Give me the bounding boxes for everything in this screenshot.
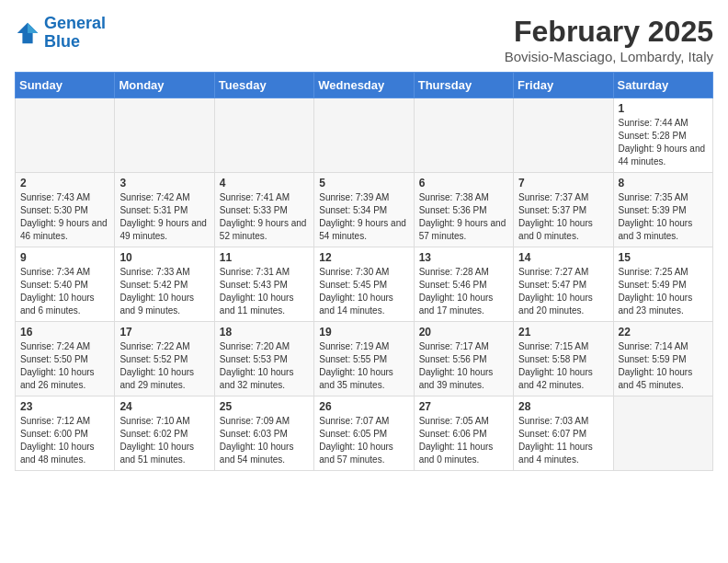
day-number: 23 — [20, 400, 109, 413]
day-info: Sunrise: 7:28 AM Sunset: 5:46 PM Dayligh… — [419, 266, 508, 317]
day-info: Sunrise: 7:27 AM Sunset: 5:47 PM Dayligh… — [518, 266, 608, 317]
week-row-0: 1Sunrise: 7:44 AM Sunset: 5:28 PM Daylig… — [16, 98, 713, 173]
calendar-cell: 5Sunrise: 7:39 AM Sunset: 5:34 PM Daylig… — [314, 173, 414, 247]
day-info: Sunrise: 7:22 AM Sunset: 5:52 PM Dayligh… — [119, 340, 209, 392]
day-info: Sunrise: 7:37 AM Sunset: 5:37 PM Dayligh… — [518, 191, 608, 243]
day-info: Sunrise: 7:17 AM Sunset: 5:56 PM Dayligh… — [419, 340, 508, 392]
day-number: 4 — [220, 177, 309, 190]
day-info: Sunrise: 7:34 AM Sunset: 5:40 PM Dayligh… — [20, 266, 109, 317]
calendar-cell: 11Sunrise: 7:31 AM Sunset: 5:43 PM Dayli… — [214, 247, 313, 322]
title-block: February 2025 Bovisio-Masciago, Lombardy… — [505, 15, 713, 64]
weekday-header-sunday: Sunday — [16, 73, 115, 98]
calendar-cell: 12Sunrise: 7:30 AM Sunset: 5:45 PM Dayli… — [314, 247, 414, 322]
day-info: Sunrise: 7:42 AM Sunset: 5:31 PM Dayligh… — [119, 191, 209, 243]
day-number: 19 — [319, 326, 408, 339]
week-row-3: 16Sunrise: 7:24 AM Sunset: 5:50 PM Dayli… — [16, 322, 713, 396]
calendar-cell: 10Sunrise: 7:33 AM Sunset: 5:42 PM Dayli… — [115, 247, 214, 322]
day-number: 7 — [518, 177, 608, 190]
day-info: Sunrise: 7:31 AM Sunset: 5:43 PM Dayligh… — [220, 266, 309, 317]
calendar-cell: 4Sunrise: 7:41 AM Sunset: 5:33 PM Daylig… — [214, 173, 313, 247]
day-number: 10 — [119, 251, 209, 264]
calendar-cell: 17Sunrise: 7:22 AM Sunset: 5:52 PM Dayli… — [115, 322, 214, 396]
day-info: Sunrise: 7:41 AM Sunset: 5:33 PM Dayligh… — [220, 191, 309, 243]
day-info: Sunrise: 7:24 AM Sunset: 5:50 PM Dayligh… — [20, 340, 109, 392]
header: General Blue February 2025 Bovisio-Masci… — [15, 15, 713, 64]
calendar-cell: 13Sunrise: 7:28 AM Sunset: 5:46 PM Dayli… — [414, 247, 513, 322]
day-number: 17 — [119, 326, 209, 339]
day-info: Sunrise: 7:30 AM Sunset: 5:45 PM Dayligh… — [319, 266, 408, 317]
calendar-cell: 14Sunrise: 7:27 AM Sunset: 5:47 PM Dayli… — [514, 247, 613, 322]
calendar-cell: 8Sunrise: 7:35 AM Sunset: 5:39 PM Daylig… — [613, 173, 712, 247]
day-number: 12 — [319, 251, 408, 264]
logo-line2: Blue — [44, 32, 80, 51]
day-number: 3 — [119, 177, 209, 190]
day-info: Sunrise: 7:20 AM Sunset: 5:53 PM Dayligh… — [220, 340, 309, 392]
calendar-table: SundayMondayTuesdayWednesdayThursdayFrid… — [15, 72, 713, 471]
logo: General Blue — [15, 15, 106, 52]
location-title: Bovisio-Masciago, Lombardy, Italy — [505, 49, 713, 64]
day-number: 15 — [619, 251, 708, 264]
calendar-cell: 22Sunrise: 7:14 AM Sunset: 5:59 PM Dayli… — [613, 322, 712, 396]
calendar-cell: 18Sunrise: 7:20 AM Sunset: 5:53 PM Dayli… — [214, 322, 313, 396]
day-number: 28 — [518, 400, 608, 413]
svg-marker-1 — [28, 23, 38, 33]
calendar-cell: 20Sunrise: 7:17 AM Sunset: 5:56 PM Dayli… — [414, 322, 513, 396]
day-number: 5 — [319, 177, 408, 190]
day-info: Sunrise: 7:09 AM Sunset: 6:03 PM Dayligh… — [220, 415, 309, 466]
calendar-cell: 1Sunrise: 7:44 AM Sunset: 5:28 PM Daylig… — [613, 98, 712, 173]
calendar-cell: 15Sunrise: 7:25 AM Sunset: 5:49 PM Dayli… — [613, 247, 712, 322]
calendar-cell: 16Sunrise: 7:24 AM Sunset: 5:50 PM Dayli… — [16, 322, 115, 396]
weekday-header-friday: Friday — [514, 73, 613, 98]
calendar-cell: 26Sunrise: 7:07 AM Sunset: 6:05 PM Dayli… — [314, 396, 414, 471]
weekday-header-row: SundayMondayTuesdayWednesdayThursdayFrid… — [16, 73, 713, 98]
calendar-cell: 24Sunrise: 7:10 AM Sunset: 6:02 PM Dayli… — [115, 396, 214, 471]
day-info: Sunrise: 7:07 AM Sunset: 6:05 PM Dayligh… — [319, 415, 408, 466]
day-number: 24 — [119, 400, 209, 413]
day-info: Sunrise: 7:14 AM Sunset: 5:59 PM Dayligh… — [619, 340, 708, 392]
day-number: 9 — [20, 251, 109, 264]
day-info: Sunrise: 7:10 AM Sunset: 6:02 PM Dayligh… — [119, 415, 209, 466]
calendar-cell: 27Sunrise: 7:05 AM Sunset: 6:06 PM Dayli… — [414, 396, 513, 471]
calendar-cell: 23Sunrise: 7:12 AM Sunset: 6:00 PM Dayli… — [16, 396, 115, 471]
day-number: 22 — [619, 326, 708, 339]
calendar-cell — [414, 98, 513, 173]
day-number: 13 — [419, 251, 508, 264]
day-info: Sunrise: 7:38 AM Sunset: 5:36 PM Dayligh… — [419, 191, 508, 243]
day-info: Sunrise: 7:05 AM Sunset: 6:06 PM Dayligh… — [419, 415, 508, 466]
month-title: February 2025 — [505, 15, 713, 49]
calendar-cell — [613, 396, 712, 471]
calendar-cell: 7Sunrise: 7:37 AM Sunset: 5:37 PM Daylig… — [514, 173, 613, 247]
day-number: 1 — [619, 102, 708, 115]
day-info: Sunrise: 7:03 AM Sunset: 6:07 PM Dayligh… — [518, 415, 608, 466]
weekday-header-monday: Monday — [115, 73, 214, 98]
day-number: 2 — [20, 177, 109, 190]
calendar-cell: 28Sunrise: 7:03 AM Sunset: 6:07 PM Dayli… — [514, 396, 613, 471]
calendar-cell — [16, 98, 115, 173]
day-number: 11 — [220, 251, 309, 264]
logo-icon — [15, 20, 40, 46]
day-info: Sunrise: 7:44 AM Sunset: 5:28 PM Dayligh… — [619, 117, 708, 168]
day-number: 16 — [20, 326, 109, 339]
day-number: 14 — [518, 251, 608, 264]
weekday-header-wednesday: Wednesday — [314, 73, 414, 98]
week-row-4: 23Sunrise: 7:12 AM Sunset: 6:00 PM Dayli… — [16, 396, 713, 471]
day-number: 18 — [220, 326, 309, 339]
day-number: 6 — [419, 177, 508, 190]
logo-text: General Blue — [44, 15, 106, 52]
calendar-cell: 19Sunrise: 7:19 AM Sunset: 5:55 PM Dayli… — [314, 322, 414, 396]
day-number: 27 — [419, 400, 508, 413]
day-number: 26 — [319, 400, 408, 413]
day-info: Sunrise: 7:43 AM Sunset: 5:30 PM Dayligh… — [20, 191, 109, 243]
calendar-cell — [214, 98, 313, 173]
day-number: 21 — [518, 326, 608, 339]
day-number: 25 — [220, 400, 309, 413]
week-row-2: 9Sunrise: 7:34 AM Sunset: 5:40 PM Daylig… — [16, 247, 713, 322]
calendar-cell — [314, 98, 414, 173]
calendar-cell: 6Sunrise: 7:38 AM Sunset: 5:36 PM Daylig… — [414, 173, 513, 247]
calendar-cell — [115, 98, 214, 173]
day-info: Sunrise: 7:25 AM Sunset: 5:49 PM Dayligh… — [619, 266, 708, 317]
day-info: Sunrise: 7:12 AM Sunset: 6:00 PM Dayligh… — [20, 415, 109, 466]
day-number: 8 — [619, 177, 708, 190]
calendar-cell: 2Sunrise: 7:43 AM Sunset: 5:30 PM Daylig… — [16, 173, 115, 247]
weekday-header-thursday: Thursday — [414, 73, 513, 98]
